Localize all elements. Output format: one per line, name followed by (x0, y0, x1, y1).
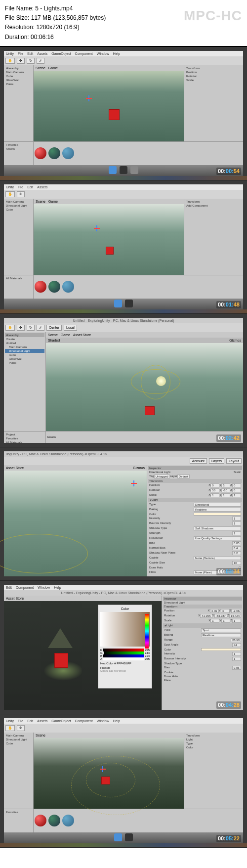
project-panel[interactable]: All Materials (4, 275, 243, 299)
hierarchy-panel[interactable]: Hierarchy Create Untitled Main Camera Di… (4, 332, 46, 431)
transform-gizmo[interactable] (100, 766, 106, 772)
inspector-tab[interactable]: Inspector (149, 467, 162, 470)
menu-help[interactable]: Help (54, 586, 61, 589)
scene-viewport[interactable] (34, 71, 184, 141)
menu-help[interactable]: Help (113, 52, 120, 55)
game-tab[interactable]: Game (48, 66, 58, 70)
menu-help[interactable]: Help (113, 719, 120, 723)
type-dropdown[interactable]: Directional (194, 503, 241, 507)
scene-viewport[interactable] (4, 471, 147, 576)
cookie-field[interactable]: None (Texture) (194, 556, 241, 560)
rotate-tool-button[interactable]: ↻ (27, 325, 35, 331)
color-picker-window[interactable]: Color R 255 G 244 B 214 A 255 Hex Color … (98, 605, 152, 689)
hierarchy-panel[interactable]: Main Camera Directional Light Cube (4, 733, 34, 809)
shaded-dropdown[interactable]: Shaded (48, 339, 60, 342)
hierarchy-camera[interactable]: Main Camera (5, 70, 32, 74)
blue-material-icon[interactable] (62, 147, 74, 159)
bias-input[interactable]: 0.05 (232, 666, 241, 670)
cube-object[interactable] (54, 653, 68, 668)
asset-store-tab[interactable]: Asset Store (6, 466, 24, 470)
menu-file[interactable]: File (18, 185, 23, 189)
inspector-panel[interactable]: Inspector Directional Light Transform Po… (162, 596, 243, 710)
intensity-input[interactable]: 1 (232, 652, 241, 656)
pos-x[interactable]: 4.06 (210, 609, 219, 613)
transform-gizmo[interactable] (86, 95, 92, 101)
scene-viewport[interactable] (34, 204, 184, 275)
menu-edit[interactable]: Edit (27, 185, 33, 189)
static-checkbox[interactable]: Static (234, 471, 241, 474)
finder-icon[interactable] (109, 166, 117, 174)
resolution-dropdown[interactable]: Use Quality Settings (194, 536, 241, 540)
account-dropdown[interactable]: Account (190, 458, 207, 464)
hierarchy-cube[interactable]: Cube (5, 741, 32, 745)
inspector-panel[interactable]: Inspector Directional LightStatic Tag Un… (147, 465, 243, 576)
baking-dropdown[interactable]: Realtime (201, 633, 241, 637)
pos-z-input[interactable]: 0 (232, 483, 241, 487)
scene-tab[interactable]: Scene (48, 333, 58, 337)
bounce-input[interactable]: 1 (232, 521, 241, 525)
menu-window[interactable]: Window (97, 719, 109, 723)
near-plane-input[interactable]: 0.2 (232, 551, 241, 555)
blue-material-icon[interactable] (62, 281, 74, 293)
rot-x[interactable]: 41.905 (200, 614, 212, 618)
cube-object[interactable] (101, 777, 110, 784)
inspector-panel[interactable]: Transform Light Type Color (184, 733, 243, 809)
hierarchy-cube[interactable]: Cube (5, 74, 32, 78)
menu-component[interactable]: Component (75, 719, 93, 723)
scale-tool-button[interactable]: ⤢ (37, 58, 44, 64)
menu-file[interactable]: File (18, 52, 23, 55)
finder-icon[interactable] (114, 300, 122, 307)
rot-z-input[interactable]: 0 (232, 488, 241, 492)
rot-x-input[interactable]: 50 (210, 488, 219, 492)
transform-gizmo[interactable] (94, 225, 100, 231)
scene-tab[interactable]: Scene (36, 734, 45, 737)
scale-x[interactable]: 1 (210, 619, 219, 623)
unity-dock-icon[interactable] (125, 833, 133, 841)
a-slider[interactable] (103, 657, 144, 660)
scale-y[interactable]: 1 (221, 619, 230, 623)
scene-tab[interactable]: Scene (36, 66, 45, 70)
scale-x-input[interactable]: 1 (210, 493, 219, 497)
normal-bias-input[interactable]: 0.4 (232, 546, 241, 550)
pos-x-input[interactable]: 0 (210, 483, 219, 487)
favorites-item[interactable]: Favorites (5, 810, 32, 814)
unity-dock-icon[interactable] (120, 166, 127, 174)
tag-dropdown[interactable]: Untagged (154, 475, 170, 478)
favorites-item[interactable]: Favorites (5, 436, 44, 440)
gizmos-dropdown[interactable]: Gizmos (229, 339, 241, 342)
menu-gameobject[interactable]: GameObject (51, 52, 71, 55)
menu-gameobject[interactable]: GameObject (51, 719, 71, 723)
hierarchy-glasswall[interactable]: GlassWall (5, 78, 32, 82)
asset-store-tab[interactable]: Asset Store (73, 333, 91, 337)
hierarchy-panel[interactable]: Hierarchy Main Camera Cube GlassWall Pla… (4, 65, 34, 141)
hierarchy-cube[interactable]: Cube (5, 353, 44, 357)
create-button[interactable]: Create (5, 337, 44, 341)
scene-viewport[interactable] (34, 738, 184, 809)
hierarchy-glasswall[interactable]: GlassWall (5, 357, 44, 361)
menu-unity[interactable]: Unity (6, 52, 14, 55)
hand-tool-button[interactable]: ✋ (5, 725, 15, 731)
add-component-button[interactable]: Add Component (186, 204, 241, 207)
a-value[interactable]: 255 (145, 657, 150, 660)
hue-slider[interactable] (145, 614, 149, 649)
spot-angle-input[interactable]: 44 (232, 643, 241, 647)
menu-window[interactable]: Window (97, 52, 109, 55)
pos-y[interactable]: 4 (221, 609, 230, 613)
scale-y-input[interactable]: 1 (221, 493, 230, 497)
hand-tool-button[interactable]: ✋ (5, 58, 15, 64)
range-input[interactable]: 28.93 (231, 638, 241, 642)
assets-item[interactable]: Assets (5, 147, 32, 151)
menu-window[interactable]: Window (38, 586, 50, 589)
project-tab[interactable]: Project (5, 433, 44, 436)
rotate-tool-button[interactable]: ↻ (27, 58, 35, 64)
layout-dropdown[interactable]: Layout (226, 458, 242, 464)
strength-input[interactable]: 1 (232, 531, 241, 535)
hierarchy-tab[interactable]: Hierarchy (5, 333, 44, 337)
rot-y[interactable]: -53.787 (214, 614, 227, 618)
all-materials[interactable]: All Materials (5, 440, 44, 444)
color-gradient-area[interactable] (100, 612, 150, 647)
color-field[interactable] (194, 513, 241, 516)
dark-material-icon[interactable] (48, 281, 60, 293)
inspector-tab[interactable]: Inspector (164, 597, 176, 600)
scene-viewport[interactable] (46, 343, 243, 431)
